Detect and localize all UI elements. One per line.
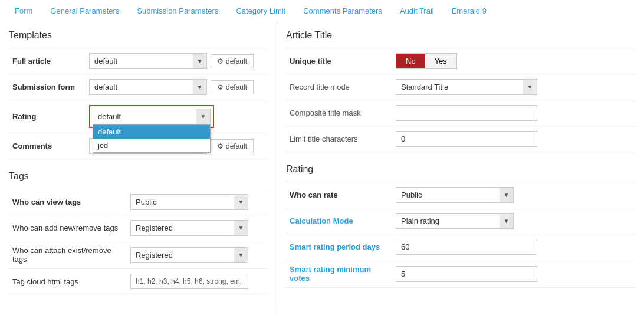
who-add-tags-cell: Registered Public ▼ bbox=[127, 215, 268, 241]
submission-form-label: Submission form bbox=[9, 74, 86, 100]
main-content: Templates Full article default ▼ ⚙ bbox=[0, 21, 644, 315]
rating-select[interactable]: default jed bbox=[93, 109, 211, 124]
who-view-tags-select-wrap: Public Registered ▼ bbox=[130, 194, 248, 210]
who-rate-cell: Public Registered ▼ bbox=[392, 182, 635, 208]
calc-mode-select[interactable]: Plain rating Smart rating bbox=[396, 213, 514, 229]
tags-title: Tags bbox=[9, 171, 268, 182]
table-row: Calculation Mode Plain rating Smart rati… bbox=[286, 208, 635, 234]
btn-default-label: default bbox=[226, 57, 247, 65]
who-view-tags-cell: Public Registered ▼ bbox=[127, 189, 268, 215]
tab-general-parameters[interactable]: General Parameters bbox=[41, 0, 128, 21]
who-add-tags-select[interactable]: Registered Public bbox=[130, 220, 248, 236]
rating-label: Rating bbox=[9, 100, 86, 133]
unique-title-no-btn[interactable]: No bbox=[396, 54, 425, 68]
tab-submission-parameters[interactable]: Submission Parameters bbox=[128, 0, 227, 21]
smart-rating-votes-cell bbox=[392, 260, 635, 288]
record-title-select-wrap: Standard Title ▼ bbox=[396, 79, 537, 95]
table-row: Who can rate Public Registered ▼ bbox=[286, 182, 635, 208]
rating-dropdown-list: default jed bbox=[93, 124, 211, 153]
limit-title-label: Limit title characters bbox=[286, 126, 392, 152]
unique-title-cell: No Yes bbox=[392, 48, 635, 74]
rating-dropdown-container: default jed ▼ default jed bbox=[89, 105, 214, 128]
table-row: Rating default jed ▼ bbox=[9, 100, 268, 133]
tags-table: Who can view tags Public Registered ▼ Wh… bbox=[9, 189, 268, 294]
submission-form-select-wrap: default ▼ bbox=[89, 79, 207, 95]
tab-bar: Form General Parameters Submission Param… bbox=[0, 0, 644, 21]
full-article-cell: default ▼ ⚙ default bbox=[86, 48, 268, 74]
smart-rating-votes-label: Smart rating minimum votes bbox=[286, 260, 392, 288]
who-view-tags-label: Who can view tags bbox=[9, 189, 127, 215]
record-title-cell: Standard Title ▼ bbox=[392, 74, 635, 100]
who-add-tags-label: Who can add new/remove tags bbox=[9, 215, 127, 241]
table-row: Submission form default ▼ ⚙ default bbox=[9, 74, 268, 100]
article-title: Article Title bbox=[286, 30, 635, 41]
who-view-tags-select[interactable]: Public Registered bbox=[130, 194, 248, 210]
right-panel: Article Title Unique title No Yes Record… bbox=[277, 21, 644, 315]
btn-default-label: default bbox=[226, 83, 247, 91]
unique-title-yes-btn[interactable]: Yes bbox=[425, 54, 456, 68]
tag-cloud-html-cell bbox=[127, 269, 268, 294]
composite-title-cell bbox=[392, 100, 635, 126]
tag-cloud-html-input[interactable] bbox=[130, 274, 248, 289]
who-rate-select[interactable]: Public Registered bbox=[396, 187, 514, 203]
smart-rating-days-cell bbox=[392, 234, 635, 260]
record-title-label: Record title mode bbox=[286, 74, 392, 100]
rating-option-jed[interactable]: jed bbox=[93, 139, 210, 152]
table-row: Smart rating period days bbox=[286, 234, 635, 260]
composite-title-label: Composite title mask bbox=[286, 100, 392, 126]
table-row: Who can add new/remove tags Registered P… bbox=[9, 215, 268, 241]
gear-icon: ⚙ bbox=[217, 57, 224, 65]
table-row: Full article default ▼ ⚙ default bbox=[9, 48, 268, 74]
rating-option-default[interactable]: default bbox=[93, 125, 210, 139]
record-title-select[interactable]: Standard Title bbox=[396, 79, 537, 95]
tab-audit-trail[interactable]: Audit Trail bbox=[391, 0, 443, 21]
tab-category-limit[interactable]: Category Limit bbox=[227, 0, 294, 21]
table-row: Unique title No Yes bbox=[286, 48, 635, 74]
rating-cell: default jed ▼ default jed bbox=[86, 100, 268, 133]
tab-emerald-9[interactable]: Emerald 9 bbox=[443, 0, 495, 21]
smart-rating-votes-input[interactable] bbox=[396, 266, 537, 282]
full-article-label: Full article bbox=[9, 48, 86, 74]
unique-title-label: Unique title bbox=[286, 48, 392, 74]
who-attach-tags-label: Who can attach exist/remove tags bbox=[9, 241, 127, 269]
calc-mode-cell: Plain rating Smart rating ▼ bbox=[392, 208, 635, 234]
submission-form-cell: default ▼ ⚙ default bbox=[86, 74, 268, 100]
tags-section: Tags Who can view tags Public Registered… bbox=[9, 171, 268, 294]
full-article-select[interactable]: default bbox=[89, 53, 207, 69]
rating-section: Rating Who can rate Public Registered ▼ bbox=[286, 164, 635, 288]
article-table: Unique title No Yes Record title mode St… bbox=[286, 48, 635, 152]
full-article-default-btn[interactable]: ⚙ default bbox=[211, 54, 254, 68]
who-add-tags-select-wrap: Registered Public ▼ bbox=[130, 220, 248, 236]
table-row: Tag cloud html tags bbox=[9, 269, 268, 294]
composite-title-input[interactable] bbox=[396, 105, 537, 121]
who-attach-tags-select-wrap: Registered Public ▼ bbox=[130, 247, 248, 263]
tab-comments-parameters[interactable]: Comments Parameters bbox=[294, 0, 391, 21]
limit-title-cell bbox=[392, 126, 635, 152]
submission-form-default-btn[interactable]: ⚙ default bbox=[211, 80, 254, 94]
templates-title: Templates bbox=[9, 30, 268, 41]
who-rate-select-wrap: Public Registered ▼ bbox=[396, 187, 514, 203]
left-panel: Templates Full article default ▼ ⚙ bbox=[0, 21, 277, 315]
btn-default-label: default bbox=[226, 142, 247, 150]
rating-select-wrap: default jed ▼ default jed bbox=[93, 109, 211, 124]
submission-form-select[interactable]: default bbox=[89, 79, 207, 95]
tag-cloud-html-label: Tag cloud html tags bbox=[9, 269, 127, 294]
unique-title-toggle: No Yes bbox=[396, 53, 457, 69]
rating-title: Rating bbox=[286, 164, 635, 175]
smart-rating-days-input[interactable] bbox=[396, 239, 537, 255]
table-row: Composite title mask bbox=[286, 100, 635, 126]
gear-icon: ⚙ bbox=[217, 83, 224, 91]
calc-mode-select-wrap: Plain rating Smart rating ▼ bbox=[396, 213, 514, 229]
who-attach-tags-cell: Registered Public ▼ bbox=[127, 241, 268, 269]
comments-label: Comments bbox=[9, 133, 86, 159]
tab-form[interactable]: Form bbox=[6, 0, 41, 21]
table-row: Smart rating minimum votes bbox=[286, 260, 635, 288]
limit-title-input[interactable] bbox=[396, 131, 537, 147]
who-attach-tags-select[interactable]: Registered Public bbox=[130, 247, 248, 263]
comments-default-btn[interactable]: ⚙ default bbox=[211, 139, 254, 153]
smart-rating-days-label: Smart rating period days bbox=[286, 234, 392, 260]
templates-table: Full article default ▼ ⚙ default bbox=[9, 48, 268, 159]
table-row: Who can view tags Public Registered ▼ bbox=[9, 189, 268, 215]
calc-mode-label: Calculation Mode bbox=[286, 208, 392, 234]
full-article-select-wrap: default ▼ bbox=[89, 53, 207, 69]
